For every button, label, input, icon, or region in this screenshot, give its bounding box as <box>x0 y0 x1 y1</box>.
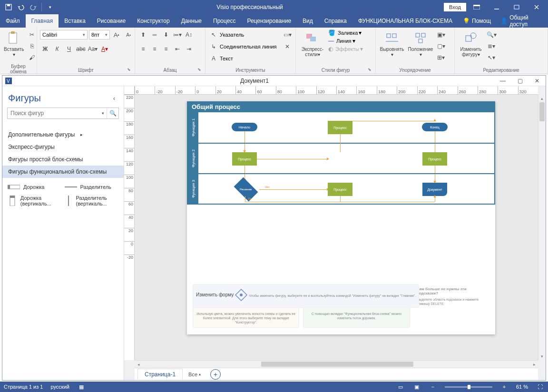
shape-start[interactable]: Начало <box>232 123 257 131</box>
collapse-panel-icon[interactable]: ‹ <box>110 95 118 102</box>
group-icon[interactable]: ⊞▾ <box>436 52 446 63</box>
align-middle-icon[interactable]: ═ <box>149 29 160 40</box>
ribbon-display-icon[interactable] <box>467 1 486 13</box>
horizontal-scrollbar[interactable]: ◂ ▸ <box>135 360 538 368</box>
text-direction-icon[interactable]: A↕ <box>184 29 194 40</box>
search-go-icon[interactable]: 🔍 <box>107 108 118 118</box>
vscroll-thumb[interactable] <box>539 102 545 121</box>
increase-indent-icon[interactable]: ⇥ <box>184 44 194 54</box>
italic-icon[interactable]: К <box>52 44 62 54</box>
doc-close-icon[interactable]: ✕ <box>528 76 546 86</box>
paragraph-dialog-icon[interactable]: ⬊ <box>196 67 202 73</box>
grow-font-icon[interactable]: A▴ <box>111 29 122 40</box>
align-button[interactable]: Выровнять▾ <box>379 29 405 58</box>
tip-dismiss[interactable]: Вам больше не нужны эти подсказки? Выдел… <box>414 284 489 328</box>
tip-change-shape[interactable]: Изменить форму Чтобы заменить фигуру, вы… <box>193 284 419 308</box>
fill-button[interactable]: 🪣Заливка▾ <box>328 29 363 36</box>
rectangle-tool-icon[interactable]: ▭▾ <box>282 29 293 40</box>
fit-page-icon[interactable]: ▣ <box>412 382 421 391</box>
tab-process[interactable]: Процесс <box>207 14 241 28</box>
macro-record-icon[interactable]: ▦ <box>77 382 86 391</box>
maximize-icon[interactable] <box>507 1 526 13</box>
bring-front-icon[interactable]: ▣▾ <box>436 29 446 40</box>
zoom-slider[interactable] <box>445 386 492 388</box>
page-tab-1[interactable]: Страница-1 <box>137 369 183 380</box>
shape-separator[interactable]: Разделитель <box>64 182 119 192</box>
bullets-icon[interactable]: ≔▾ <box>172 29 183 40</box>
change-shape-button[interactable]: Изменить фигуру▾ <box>458 29 484 58</box>
drawing-page[interactable]: Общий процесс Функция 1 Начало Конец <box>187 101 495 334</box>
hscroll-thumb[interactable] <box>261 362 413 367</box>
doc-minimize-icon[interactable]: — <box>494 76 511 86</box>
text-tool-icon[interactable]: A <box>208 53 219 64</box>
tab-view[interactable]: Вид <box>297 14 319 28</box>
send-back-icon[interactable]: ▢▾ <box>436 41 446 51</box>
pointer-icon[interactable]: ↖ <box>208 29 219 40</box>
shape-process-1[interactable]: Процесс <box>232 152 257 166</box>
align-top-icon[interactable]: ⬆ <box>138 29 148 40</box>
zoom-level[interactable]: 61 % <box>516 384 528 390</box>
select-icon[interactable]: ↖▾ <box>486 52 497 63</box>
search-input[interactable] <box>8 108 99 118</box>
vertical-scrollbar[interactable]: ▴ ▾ <box>538 95 546 360</box>
text-tool[interactable]: Текст <box>220 56 233 61</box>
scroll-up-icon[interactable]: ▴ <box>538 95 546 102</box>
line-button[interactable]: —Линия▾ <box>328 38 363 44</box>
redo-icon[interactable] <box>28 1 39 13</box>
shape-process-3[interactable]: Процесс <box>422 152 447 166</box>
font-family-select[interactable]: Calibri <box>40 30 88 39</box>
underline-icon[interactable]: Ч <box>64 44 74 54</box>
connector-icon[interactable]: ↳ <box>208 41 219 52</box>
scroll-left-icon[interactable]: ◂ <box>135 361 142 368</box>
shape-swimlane-v[interactable]: Дорожка (вертикаль... <box>7 195 62 206</box>
position-button[interactable]: Положение▾ <box>407 29 434 58</box>
copy-icon[interactable]: ⎘ <box>27 41 37 51</box>
quick-styles-button[interactable]: Экспресс-стили▾ <box>299 29 326 58</box>
status-language[interactable]: русский <box>50 384 69 390</box>
decrease-indent-icon[interactable]: ⇤ <box>172 44 183 54</box>
zoom-out-icon[interactable]: − <box>429 382 437 391</box>
find-icon[interactable]: 🔍▾ <box>486 29 497 40</box>
minimize-icon[interactable] <box>487 1 506 13</box>
tab-design[interactable]: Конструктор <box>131 14 175 28</box>
diagram-title[interactable]: Общий процесс <box>187 101 495 112</box>
login-button[interactable]: Вход <box>444 3 466 11</box>
page-tab-all[interactable]: Все▴ <box>185 370 205 379</box>
basic-flowchart-section[interactable]: Фигуры простой блок-схемы <box>2 153 124 166</box>
shape-swimlane[interactable]: Дорожка <box>7 182 62 192</box>
save-icon[interactable] <box>3 1 14 13</box>
lane-2[interactable]: Функция 2 Процесс Процесс <box>188 143 494 173</box>
scroll-down-icon[interactable]: ▾ <box>538 353 546 360</box>
canvas-viewport[interactable]: Общий процесс Функция 1 Начало Конец <box>135 95 538 360</box>
strike-icon[interactable]: abc <box>76 44 86 54</box>
quick-shapes-section[interactable]: Экспресс-фигуры <box>2 141 124 153</box>
connector-tool[interactable]: Соединительная линия <box>220 44 276 49</box>
shape-process-4[interactable]: Процесс <box>328 183 352 196</box>
tab-insert[interactable]: Вставка <box>59 14 91 28</box>
tab-data[interactable]: Данные <box>176 14 207 28</box>
presentation-mode-icon[interactable]: ▭ <box>396 382 405 391</box>
lane-3[interactable]: Функция 3 Решение Нет Да Процесс <box>188 173 494 204</box>
zoom-in-icon[interactable]: + <box>500 382 509 391</box>
close-icon[interactable] <box>527 1 546 13</box>
scroll-right-icon[interactable]: ▸ <box>530 361 538 368</box>
tab-review[interactable]: Рецензирование <box>241 14 297 28</box>
tab-flowchart[interactable]: ФУНКЦИОНАЛЬНАЯ БЛОК-СХЕМА <box>352 14 458 28</box>
bold-icon[interactable]: Ж <box>40 44 50 54</box>
shrink-font-icon[interactable]: A▾ <box>123 29 134 40</box>
change-case-icon[interactable]: Aa▾ <box>88 44 98 54</box>
styles-dialog-icon[interactable]: ⬊ <box>367 67 372 73</box>
pointer-tool[interactable]: Указатель <box>220 32 244 38</box>
font-size-select[interactable]: 8пт <box>89 30 110 39</box>
shape-separator-v[interactable]: Разделитель (вертикаль... <box>64 195 119 206</box>
connection-point-icon[interactable]: ✕ <box>282 41 293 52</box>
align-bottom-icon[interactable]: ⬇ <box>161 29 171 40</box>
tell-me-button[interactable]: 💡Помощ <box>458 14 496 28</box>
tab-draw[interactable]: Рисование <box>91 14 131 28</box>
font-dialog-icon[interactable]: ⬊ <box>126 67 132 73</box>
paste-button[interactable]: Вставить▾ <box>3 29 25 58</box>
effects-button[interactable]: ◐Эффекты▾ <box>328 46 363 52</box>
share-button[interactable]: 👤Общий доступ <box>496 14 548 28</box>
fit-window-icon[interactable]: ⛶ <box>536 382 544 391</box>
add-page-button[interactable]: + <box>210 369 221 380</box>
